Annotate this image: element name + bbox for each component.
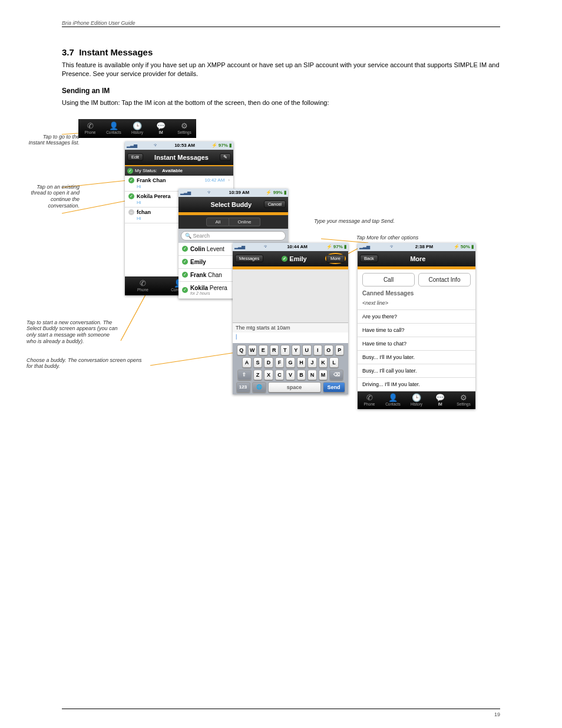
- my-status-row[interactable]: ✓ My Status: Available: [125, 166, 233, 176]
- tab-phone[interactable]: ✆Phone: [125, 276, 161, 295]
- callout-choose-buddy: Choose a buddy. The conversation screen …: [27, 357, 144, 370]
- key-f[interactable]: F: [275, 357, 285, 368]
- search-input[interactable]: 🔍 Search: [181, 231, 286, 241]
- battery-icon: ⚡ 99% ▮: [266, 190, 286, 195]
- numeric-key[interactable]: 123: [236, 382, 250, 393]
- search-icon: 🔍: [185, 233, 191, 239]
- keyboard-row: 123 🌐 space Send: [234, 382, 346, 393]
- segment-control: All Online: [178, 215, 288, 229]
- key-o[interactable]: O: [324, 345, 333, 355]
- status-bar: ▂▃▅ ᯤ 10:53 AM ⚡ 97% ▮: [125, 141, 233, 150]
- wifi-icon: ᯤ: [264, 244, 269, 249]
- status-bar: ▂▃▅ ᯤ 2:38 PM ⚡ 50% ▮: [358, 243, 475, 251]
- tab-phone[interactable]: ✆Phone: [78, 119, 102, 138]
- tab-settings[interactable]: ⚙Settings: [173, 119, 196, 138]
- tab-contacts[interactable]: 👤Contacts: [381, 391, 405, 409]
- canned-message-row[interactable]: Have time to chat?: [358, 337, 475, 351]
- key-g[interactable]: G: [286, 357, 295, 368]
- key-c[interactable]: C: [275, 370, 285, 380]
- edit-button[interactable]: Edit: [127, 153, 143, 162]
- key-l[interactable]: L: [329, 357, 339, 368]
- tab-im[interactable]: 💬IM: [149, 119, 173, 138]
- back-button[interactable]: Back: [360, 255, 378, 263]
- signal-icon: ▂▃▅: [127, 143, 137, 148]
- tab-settings[interactable]: ⚙Settings: [452, 391, 475, 409]
- space-key[interactable]: space: [268, 382, 321, 393]
- page-footer: 19: [62, 709, 500, 717]
- key-q[interactable]: Q: [237, 345, 246, 355]
- signal-icon: ▂▃▅: [180, 190, 191, 195]
- contact-info-button[interactable]: Contact Info: [418, 273, 471, 286]
- segment-online[interactable]: Online: [229, 218, 260, 226]
- page-title: Select Buddy: [199, 201, 264, 208]
- backspace-key[interactable]: ⌫: [329, 370, 343, 380]
- key-h[interactable]: H: [297, 357, 306, 368]
- key-i[interactable]: I: [313, 345, 323, 355]
- canned-message-row[interactable]: Are you there?: [358, 310, 475, 324]
- tab-contacts[interactable]: 👤Contacts: [102, 119, 125, 138]
- pane-more-options: ▂▃▅ ᯤ 2:38 PM ⚡ 50% ▮ Back More Call Con…: [358, 243, 475, 409]
- presence-icon: ✓: [182, 272, 188, 278]
- compose-icon: ✎: [223, 154, 227, 160]
- key-e[interactable]: E: [259, 345, 268, 355]
- send-button[interactable]: Send: [323, 382, 345, 393]
- cancel-button[interactable]: Cancel: [264, 200, 286, 209]
- status-bar: ▂▃▅ ᯤ 10:44 AM ⚡ 97% ▮: [233, 243, 348, 251]
- bottom-tab-bar: ✆Phone 👤Contacts 🕒History 💬IM ⚙Settings: [78, 119, 196, 138]
- key-a[interactable]: A: [242, 357, 252, 368]
- key-t[interactable]: T: [280, 345, 290, 355]
- tab-history[interactable]: 🕒History: [405, 391, 428, 409]
- compose-button[interactable]: ✎: [220, 153, 231, 162]
- key-s[interactable]: S: [253, 357, 263, 368]
- text-cursor[interactable]: |: [233, 332, 348, 343]
- more-circle-annotation: More: [325, 253, 346, 264]
- more-button[interactable]: More: [326, 255, 345, 263]
- key-m[interactable]: M: [319, 370, 328, 380]
- key-v[interactable]: V: [286, 370, 295, 380]
- call-button[interactable]: Call: [362, 273, 415, 286]
- status-bar: ▂▃▅ ᯤ 10:39 AM ⚡ 99% ▮: [178, 189, 288, 197]
- battery-icon: ⚡ 50% ▮: [454, 244, 474, 249]
- person-icon: 👤: [109, 122, 118, 130]
- tab-history[interactable]: 🕒History: [125, 119, 149, 138]
- canned-message-row[interactable]: Have time to call?: [358, 324, 475, 337]
- canned-messages-list: <next line>Are you there?Have time to ca…: [358, 297, 475, 391]
- keyboard-row: QWERTYUIOP: [234, 345, 346, 355]
- presence-icon-offline: –: [128, 209, 134, 215]
- canned-message-row[interactable]: Busy... I'll call you later.: [358, 364, 475, 378]
- key-d[interactable]: D: [264, 357, 273, 368]
- key-u[interactable]: U: [302, 345, 312, 355]
- key-z[interactable]: Z: [253, 370, 263, 380]
- person-icon: 👤: [388, 394, 398, 401]
- key-k[interactable]: K: [319, 357, 328, 368]
- key-x[interactable]: X: [264, 370, 273, 380]
- instruction-paragraph: Using the IM button: Tap the IM icon at …: [62, 98, 500, 107]
- intro-paragraph: This feature is available only if you ha…: [62, 61, 500, 78]
- messages-back-button[interactable]: Messages: [235, 255, 263, 263]
- nav-bar: Edit Instant Messages ✎: [125, 150, 233, 166]
- phone-icon: ✆: [87, 122, 94, 130]
- wifi-icon: ᯤ: [390, 244, 395, 249]
- key-n[interactable]: N: [308, 370, 317, 380]
- globe-key[interactable]: 🌐: [252, 382, 266, 393]
- segment-all[interactable]: All: [206, 218, 229, 226]
- canned-message-row[interactable]: <next line>: [358, 297, 475, 310]
- tab-phone[interactable]: ✆Phone: [358, 391, 381, 409]
- key-p[interactable]: P: [335, 345, 345, 355]
- key-b[interactable]: B: [297, 370, 306, 380]
- page-title: Instant Messages: [143, 154, 220, 161]
- chat-icon: 💬: [435, 394, 445, 401]
- page-number: 19: [494, 711, 500, 717]
- presence-icon: ✓: [128, 193, 134, 199]
- presence-icon: ✓: [127, 168, 133, 174]
- key-y[interactable]: Y: [292, 345, 301, 355]
- key-w[interactable]: W: [248, 345, 257, 355]
- callout-type-send: Type your message and tap Send.: [314, 218, 396, 225]
- tab-im[interactable]: 💬IM: [428, 391, 452, 409]
- header-left: Bria iPhone Edition User Guide: [62, 20, 135, 27]
- shift-key[interactable]: ⇧: [237, 370, 252, 380]
- canned-message-row[interactable]: Busy... I'll IM you later.: [358, 351, 475, 364]
- key-r[interactable]: R: [270, 345, 279, 355]
- key-j[interactable]: J: [308, 357, 317, 368]
- canned-message-row[interactable]: Driving... I'll IM you later.: [358, 378, 475, 391]
